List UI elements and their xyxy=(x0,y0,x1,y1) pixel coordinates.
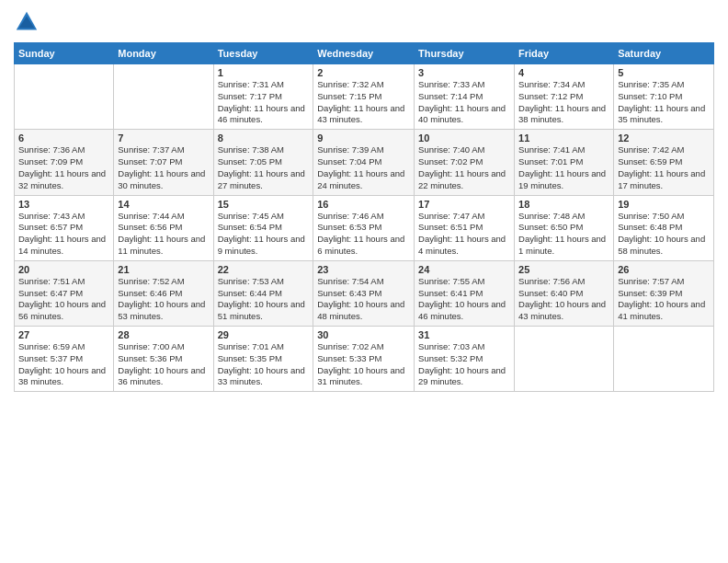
day-number: 8 xyxy=(218,132,310,144)
logo-icon xyxy=(14,9,40,35)
day-info: Sunrise: 7:48 AM Sunset: 6:50 PM Dayligh… xyxy=(518,211,609,258)
day-info: Sunrise: 7:44 AM Sunset: 6:56 PM Dayligh… xyxy=(118,211,209,258)
col-thursday: Thursday xyxy=(415,43,515,64)
page: Sunday Monday Tuesday Wednesday Thursday… xyxy=(0,0,728,563)
day-number: 1 xyxy=(218,67,310,78)
day-info: Sunrise: 7:35 AM Sunset: 7:10 PM Dayligh… xyxy=(618,79,710,126)
day-number: 16 xyxy=(317,199,410,210)
day-number: 19 xyxy=(618,199,710,210)
day-info: Sunrise: 7:37 AM Sunset: 7:07 PM Dayligh… xyxy=(118,144,209,191)
table-row: 6Sunrise: 7:36 AM Sunset: 7:09 PM Daylig… xyxy=(15,130,114,195)
day-info: Sunrise: 7:43 AM Sunset: 6:57 PM Dayligh… xyxy=(18,211,109,258)
day-number: 28 xyxy=(118,329,209,340)
day-info: Sunrise: 6:59 AM Sunset: 5:37 PM Dayligh… xyxy=(18,341,109,388)
table-row: 27Sunrise: 6:59 AM Sunset: 5:37 PM Dayli… xyxy=(15,327,114,392)
col-sunday: Sunday xyxy=(15,43,114,64)
calendar-week-row: 1Sunrise: 7:31 AM Sunset: 7:17 PM Daylig… xyxy=(15,64,714,130)
table-row: 9Sunrise: 7:39 AM Sunset: 7:04 PM Daylig… xyxy=(313,130,415,195)
calendar-header-row: Sunday Monday Tuesday Wednesday Thursday… xyxy=(15,43,714,64)
table-row: 2Sunrise: 7:32 AM Sunset: 7:15 PM Daylig… xyxy=(313,64,415,130)
table-row: 15Sunrise: 7:45 AM Sunset: 6:54 PM Dayli… xyxy=(213,195,313,260)
day-number: 11 xyxy=(518,132,609,144)
day-info: Sunrise: 7:53 AM Sunset: 6:44 PM Dayligh… xyxy=(218,276,310,323)
day-number: 9 xyxy=(317,132,410,144)
table-row: 26Sunrise: 7:57 AM Sunset: 6:39 PM Dayli… xyxy=(614,260,714,326)
table-row: 17Sunrise: 7:47 AM Sunset: 6:51 PM Dayli… xyxy=(415,195,515,260)
day-number: 27 xyxy=(18,329,109,340)
day-info: Sunrise: 7:41 AM Sunset: 7:01 PM Dayligh… xyxy=(518,144,609,191)
day-number: 29 xyxy=(218,329,310,340)
table-row: 19Sunrise: 7:50 AM Sunset: 6:48 PM Dayli… xyxy=(614,195,714,260)
day-number: 25 xyxy=(518,264,609,275)
table-row: 3Sunrise: 7:33 AM Sunset: 7:14 PM Daylig… xyxy=(415,64,515,130)
table-row: 24Sunrise: 7:55 AM Sunset: 6:41 PM Dayli… xyxy=(415,260,515,326)
day-info: Sunrise: 7:47 AM Sunset: 6:51 PM Dayligh… xyxy=(418,211,510,258)
day-info: Sunrise: 7:50 AM Sunset: 6:48 PM Dayligh… xyxy=(618,211,710,258)
table-row: 5Sunrise: 7:35 AM Sunset: 7:10 PM Daylig… xyxy=(614,64,714,130)
table-row: 31Sunrise: 7:03 AM Sunset: 5:32 PM Dayli… xyxy=(415,327,515,392)
day-number: 23 xyxy=(317,264,410,275)
day-info: Sunrise: 7:34 AM Sunset: 7:12 PM Dayligh… xyxy=(518,79,609,126)
col-friday: Friday xyxy=(515,43,614,64)
day-number: 3 xyxy=(418,67,510,78)
table-row: 8Sunrise: 7:38 AM Sunset: 7:05 PM Daylig… xyxy=(213,130,313,195)
table-row: 23Sunrise: 7:54 AM Sunset: 6:43 PM Dayli… xyxy=(313,260,415,326)
logo xyxy=(14,9,43,35)
day-number: 22 xyxy=(218,264,310,275)
header xyxy=(14,9,714,35)
day-number: 12 xyxy=(618,132,710,144)
table-row: 30Sunrise: 7:02 AM Sunset: 5:33 PM Dayli… xyxy=(313,327,415,392)
day-info: Sunrise: 7:03 AM Sunset: 5:32 PM Dayligh… xyxy=(418,341,510,388)
calendar-week-row: 27Sunrise: 6:59 AM Sunset: 5:37 PM Dayli… xyxy=(15,327,714,392)
day-info: Sunrise: 7:42 AM Sunset: 6:59 PM Dayligh… xyxy=(618,144,710,191)
table-row: 1Sunrise: 7:31 AM Sunset: 7:17 PM Daylig… xyxy=(213,64,313,130)
table-row: 7Sunrise: 7:37 AM Sunset: 7:07 PM Daylig… xyxy=(114,130,213,195)
day-info: Sunrise: 7:40 AM Sunset: 7:02 PM Dayligh… xyxy=(418,144,510,191)
day-info: Sunrise: 7:51 AM Sunset: 6:47 PM Dayligh… xyxy=(18,276,109,323)
day-info: Sunrise: 7:32 AM Sunset: 7:15 PM Dayligh… xyxy=(317,79,410,126)
day-info: Sunrise: 7:01 AM Sunset: 5:35 PM Dayligh… xyxy=(218,341,310,388)
day-number: 5 xyxy=(618,67,710,78)
day-info: Sunrise: 7:33 AM Sunset: 7:14 PM Dayligh… xyxy=(418,79,510,126)
table-row: 18Sunrise: 7:48 AM Sunset: 6:50 PM Dayli… xyxy=(515,195,614,260)
day-number: 18 xyxy=(518,199,609,210)
calendar: Sunday Monday Tuesday Wednesday Thursday… xyxy=(14,42,714,392)
day-info: Sunrise: 7:02 AM Sunset: 5:33 PM Dayligh… xyxy=(317,341,410,388)
table-row xyxy=(15,64,114,130)
day-number: 24 xyxy=(418,264,510,275)
day-number: 10 xyxy=(418,132,510,144)
day-number: 13 xyxy=(18,199,109,210)
table-row: 28Sunrise: 7:00 AM Sunset: 5:36 PM Dayli… xyxy=(114,327,213,392)
table-row: 20Sunrise: 7:51 AM Sunset: 6:47 PM Dayli… xyxy=(15,260,114,326)
day-number: 14 xyxy=(118,199,209,210)
day-number: 26 xyxy=(618,264,710,275)
day-info: Sunrise: 7:56 AM Sunset: 6:40 PM Dayligh… xyxy=(518,276,609,323)
day-info: Sunrise: 7:57 AM Sunset: 6:39 PM Dayligh… xyxy=(618,276,710,323)
calendar-week-row: 6Sunrise: 7:36 AM Sunset: 7:09 PM Daylig… xyxy=(15,130,714,195)
day-number: 4 xyxy=(518,67,609,78)
day-info: Sunrise: 7:00 AM Sunset: 5:36 PM Dayligh… xyxy=(118,341,209,388)
table-row: 21Sunrise: 7:52 AM Sunset: 6:46 PM Dayli… xyxy=(114,260,213,326)
day-info: Sunrise: 7:45 AM Sunset: 6:54 PM Dayligh… xyxy=(218,211,310,258)
table-row: 16Sunrise: 7:46 AM Sunset: 6:53 PM Dayli… xyxy=(313,195,415,260)
table-row: 4Sunrise: 7:34 AM Sunset: 7:12 PM Daylig… xyxy=(515,64,614,130)
table-row xyxy=(515,327,614,392)
table-row: 10Sunrise: 7:40 AM Sunset: 7:02 PM Dayli… xyxy=(415,130,515,195)
col-wednesday: Wednesday xyxy=(313,43,415,64)
day-number: 2 xyxy=(317,67,410,78)
table-row: 29Sunrise: 7:01 AM Sunset: 5:35 PM Dayli… xyxy=(213,327,313,392)
day-number: 21 xyxy=(118,264,209,275)
day-number: 17 xyxy=(418,199,510,210)
day-info: Sunrise: 7:46 AM Sunset: 6:53 PM Dayligh… xyxy=(317,211,410,258)
day-info: Sunrise: 7:39 AM Sunset: 7:04 PM Dayligh… xyxy=(317,144,410,191)
day-number: 31 xyxy=(418,329,510,340)
col-tuesday: Tuesday xyxy=(213,43,313,64)
table-row: 13Sunrise: 7:43 AM Sunset: 6:57 PM Dayli… xyxy=(15,195,114,260)
table-row: 14Sunrise: 7:44 AM Sunset: 6:56 PM Dayli… xyxy=(114,195,213,260)
day-info: Sunrise: 7:52 AM Sunset: 6:46 PM Dayligh… xyxy=(118,276,209,323)
table-row: 12Sunrise: 7:42 AM Sunset: 6:59 PM Dayli… xyxy=(614,130,714,195)
table-row: 25Sunrise: 7:56 AM Sunset: 6:40 PM Dayli… xyxy=(515,260,614,326)
day-info: Sunrise: 7:38 AM Sunset: 7:05 PM Dayligh… xyxy=(218,144,310,191)
day-number: 20 xyxy=(18,264,109,275)
calendar-week-row: 13Sunrise: 7:43 AM Sunset: 6:57 PM Dayli… xyxy=(15,195,714,260)
